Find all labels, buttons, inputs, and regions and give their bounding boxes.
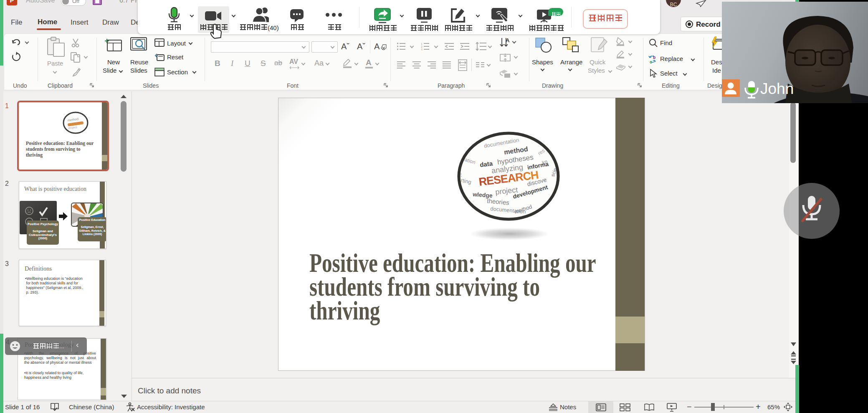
svg-text:2: 2 <box>421 46 423 48</box>
svg-text:an: an <box>465 209 472 216</box>
svg-text:A: A <box>506 37 510 43</box>
svg-text:3: 3 <box>421 48 423 51</box>
svg-text:c: c <box>650 60 652 64</box>
svg-text:b: b <box>653 55 655 60</box>
svg-text:1: 1 <box>421 43 423 46</box>
